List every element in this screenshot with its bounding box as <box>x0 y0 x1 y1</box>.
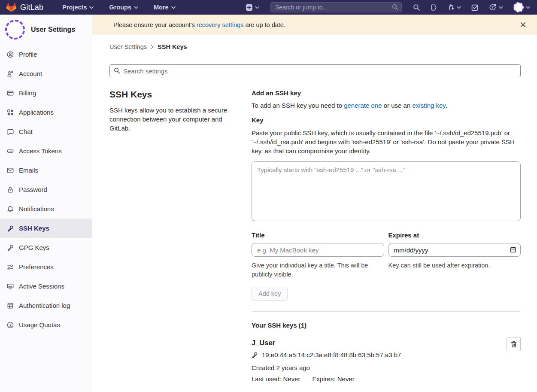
notification-dot <box>494 4 496 6</box>
key-label: Key <box>252 116 521 124</box>
close-icon <box>520 22 526 27</box>
add-ssh-key-heading: Add an SSH key <box>252 89 521 97</box>
add-ssh-key-intro: To add an SSH key you need to generate o… <box>252 102 521 109</box>
preferences-icon <box>7 264 14 270</box>
todos-button[interactable] <box>466 4 484 11</box>
sidebar-item-ssh-keys[interactable]: SSH Keys <box>0 219 92 238</box>
expires-field-group: Expires at Key can still be used after e… <box>388 231 521 279</box>
sidebar-item-gpg-keys[interactable]: GPG Keys <box>0 238 92 257</box>
sidebar-item-label: Usage Quotas <box>19 321 60 328</box>
title-field-group: Title Give your individual key a title. … <box>252 231 384 279</box>
ssh-key-textarea[interactable] <box>252 161 521 221</box>
sidebar-item-account[interactable]: Account <box>0 64 92 83</box>
menu-label: Projects <box>62 4 87 11</box>
existing-key-link[interactable]: existing key <box>412 102 445 109</box>
sidebar-item-emails[interactable]: Emails <box>0 161 92 180</box>
sidebar-item-label: Notifications <box>19 205 54 213</box>
global-search-input[interactable] <box>270 2 402 12</box>
active-sessions-icon <box>7 283 14 290</box>
sidebar-item-label: Chat <box>19 128 33 135</box>
menu-projects[interactable]: Projects <box>62 4 94 11</box>
sidebar-item-label: Account <box>19 70 42 77</box>
sidebar-item-active-sessions[interactable]: Active Sessions <box>0 277 92 296</box>
sidebar-item-profile[interactable]: Profile <box>0 45 92 64</box>
user-avatar <box>513 2 524 12</box>
user-avatar-large <box>5 20 25 40</box>
calendar-icon[interactable] <box>510 246 516 255</box>
profile-icon <box>7 51 14 58</box>
alert-text-before: Please ensure your account's <box>113 21 197 28</box>
settings-search-input[interactable] <box>109 64 521 77</box>
issues-button[interactable] <box>425 4 443 11</box>
intro-text: . <box>446 102 447 109</box>
sidebar-item-label: Active Sessions <box>19 283 64 290</box>
sidebar-item-label: Access Tokens <box>19 147 62 155</box>
sidebar-item-authentication-log[interactable]: Authentication log <box>0 296 92 315</box>
menu-more[interactable]: More <box>154 4 176 11</box>
sidebar-item-applications[interactable]: Applications <box>0 103 92 122</box>
chat-icon <box>7 128 14 135</box>
ssh-key-created: Created 2 years ago <box>252 364 521 371</box>
chevron-down-icon <box>89 6 94 9</box>
recovery-settings-alert: Please ensure your account's recovery se… <box>92 15 537 35</box>
navbar-menus: Projects Groups More <box>62 4 175 11</box>
expires-help-text: Key can still be used after expiration. <box>388 261 521 270</box>
emails-icon <box>7 167 14 174</box>
section-divider <box>252 311 521 312</box>
intro-text: To add an SSH key you need to <box>252 102 344 109</box>
menu-label: More <box>154 4 169 11</box>
chevron-down-icon <box>457 6 461 9</box>
sidebar-nav: Profile Account Billing Applications Cha… <box>0 45 92 334</box>
page-title: SSH Keys <box>109 89 232 100</box>
sidebar-item-notifications[interactable]: Notifications <box>0 199 92 219</box>
search-icon <box>413 4 420 11</box>
account-icon <box>7 70 14 77</box>
sidebar-item-preferences[interactable]: Preferences <box>0 257 92 277</box>
breadcrumb-divider <box>109 56 521 56</box>
merge-requests-button[interactable] <box>443 4 466 11</box>
sidebar-item-access-tokens[interactable]: Access Tokens <box>0 141 92 161</box>
settings-search <box>109 64 521 77</box>
sidebar-item-billing[interactable]: Billing <box>0 83 92 103</box>
settings-sidebar: User Settings Profile Account Billing Ap… <box>0 15 92 392</box>
breadcrumb-parent[interactable]: User Settings <box>109 43 147 50</box>
key-help-text: Paste your public SSH key, which is usua… <box>252 128 521 155</box>
todo-check-icon <box>471 4 479 11</box>
gpg-keys-icon <box>7 244 14 251</box>
title-label: Title <box>252 231 384 239</box>
authentication-log-icon <box>7 302 14 309</box>
trash-icon <box>510 341 517 348</box>
recovery-settings-link[interactable]: recovery settings <box>197 21 244 28</box>
search-button[interactable] <box>408 4 425 11</box>
generate-one-link[interactable]: generate one <box>344 102 382 109</box>
key-title-input[interactable] <box>252 243 384 257</box>
alert-close-button[interactable] <box>519 20 528 29</box>
add-key-button[interactable]: Add key <box>252 287 288 301</box>
sidebar-item-label: Authentication log <box>19 302 70 309</box>
breadcrumb: User Settings SSH Keys <box>109 43 521 50</box>
help-menu-button[interactable]: ? <box>484 3 508 11</box>
expires-at-input[interactable] <box>388 243 521 257</box>
intro-text: or use an <box>382 102 413 109</box>
menu-groups[interactable]: Groups <box>109 4 138 11</box>
chevron-right-icon <box>151 45 154 49</box>
delete-key-button[interactable] <box>507 337 521 351</box>
ssh-keys-icon <box>7 225 14 232</box>
sidebar-item-label: SSH Keys <box>19 225 49 232</box>
new-menu-button[interactable] <box>240 4 264 11</box>
alert-text-after: are up to date. <box>243 21 285 28</box>
notifications-icon <box>7 206 14 213</box>
svg-text:?: ? <box>491 5 494 9</box>
tanuki-icon <box>6 2 17 12</box>
global-search <box>270 2 402 12</box>
billing-icon <box>7 90 14 97</box>
sidebar-item-usage-quotas[interactable]: Usage Quotas <box>0 315 92 334</box>
alert-text: Please ensure your account's recovery se… <box>113 21 285 28</box>
user-menu-button[interactable] <box>508 2 531 12</box>
ssh-key-last-used: Last used: Never <box>252 375 300 383</box>
merge-request-icon <box>448 4 455 11</box>
gitlab-logo[interactable]: GitLab <box>6 2 43 12</box>
sidebar-item-chat[interactable]: Chat <box>0 122 92 141</box>
sidebar-item-password[interactable]: Password <box>0 180 92 199</box>
chevron-down-icon <box>526 6 530 9</box>
